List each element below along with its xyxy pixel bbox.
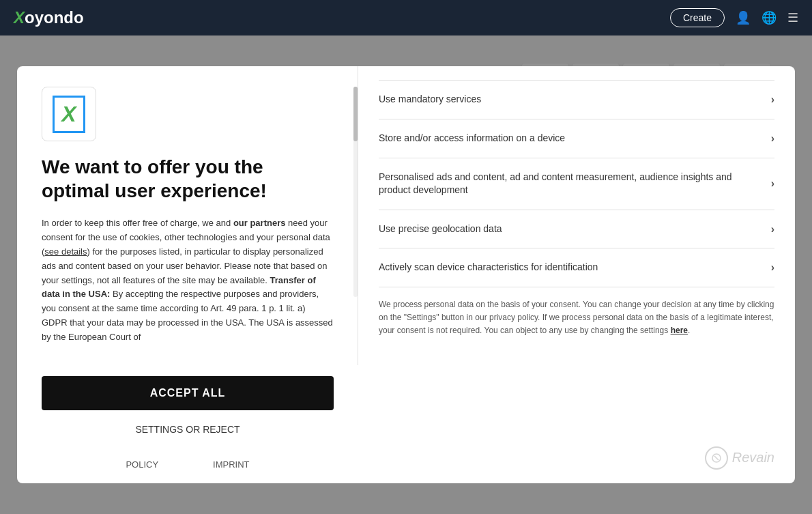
overlay: X We want to offer you the optimal user … bbox=[0, 35, 812, 514]
logo: X oyondo bbox=[14, 8, 84, 27]
service-item-geolocation[interactable]: Use precise geolocation data › bbox=[379, 210, 774, 249]
user-icon[interactable]: 👤 bbox=[736, 10, 751, 25]
revain-watermark: Revain bbox=[379, 433, 774, 470]
navbar-right: Create 👤 🌐 ☰ bbox=[670, 8, 798, 27]
logo-x: X bbox=[14, 8, 25, 27]
modal-logo-letter: X bbox=[61, 102, 76, 127]
accept-all-button[interactable]: ACCEPT ALL bbox=[42, 376, 334, 410]
consent-notice: We process personal data on the basis of… bbox=[379, 298, 774, 338]
modal-left-panel: X We want to offer you the optimal user … bbox=[17, 66, 358, 365]
logo-text: oyondo bbox=[25, 8, 84, 27]
chevron-right-icon: › bbox=[771, 261, 774, 274]
settings-reject-button[interactable]: SETTINGS OR REJECT bbox=[42, 417, 334, 442]
see-details-link[interactable]: see details bbox=[44, 246, 87, 257]
create-button[interactable]: Create bbox=[670, 8, 725, 27]
modal-body: In order to keep this offer free of char… bbox=[42, 216, 333, 344]
here-link[interactable]: here bbox=[671, 326, 688, 335]
consent-modal: X We want to offer you the optimal user … bbox=[17, 66, 795, 483]
chevron-right-icon: › bbox=[771, 223, 774, 235]
body-text-1: In order to keep this offer free of char… bbox=[42, 218, 233, 228]
revain-icon bbox=[711, 453, 722, 463]
imprint-link[interactable]: IMPRINT bbox=[213, 459, 249, 470]
chevron-right-icon: › bbox=[771, 94, 774, 106]
consent-notice-text: We process personal data on the basis of… bbox=[379, 300, 774, 335]
scrollbar-thumb[interactable] bbox=[353, 87, 358, 141]
modal-right-panel: Use mandatory services › Store and/or ac… bbox=[358, 66, 795, 483]
navbar: X oyondo Create 👤 🌐 ☰ bbox=[0, 0, 812, 35]
chevron-right-icon: › bbox=[771, 177, 774, 190]
service-item-store-access[interactable]: Store and/or access information on a dev… bbox=[379, 119, 774, 158]
revain-logo-icon bbox=[705, 446, 728, 470]
modal-footer-links: POLICY IMPRINT bbox=[17, 453, 358, 483]
body-bold-partners: our partners bbox=[233, 218, 286, 228]
service-item-scan-device[interactable]: Actively scan device characteristics for… bbox=[379, 248, 774, 287]
modal-heading: We want to offer you the optimal user ex… bbox=[42, 155, 333, 203]
menu-icon[interactable]: ☰ bbox=[787, 10, 798, 25]
modal-logo-box: X bbox=[42, 87, 96, 141]
service-item-personalised-ads[interactable]: Personalised ads and content, ad and con… bbox=[379, 158, 774, 210]
translate-icon[interactable]: 🌐 bbox=[762, 10, 777, 25]
svg-line-1 bbox=[714, 456, 719, 460]
chevron-right-icon: › bbox=[771, 132, 774, 145]
service-item-mandatory[interactable]: Use mandatory services › bbox=[379, 80, 774, 119]
scrollbar-track bbox=[353, 87, 358, 296]
revain-text: Revain bbox=[732, 450, 774, 466]
modal-buttons: ACCEPT ALL SETTINGS OR REJECT bbox=[17, 365, 358, 453]
background-content: Schedule meetings faster! JUN 20 THU JUN… bbox=[0, 35, 812, 514]
policy-link[interactable]: POLICY bbox=[126, 459, 158, 470]
